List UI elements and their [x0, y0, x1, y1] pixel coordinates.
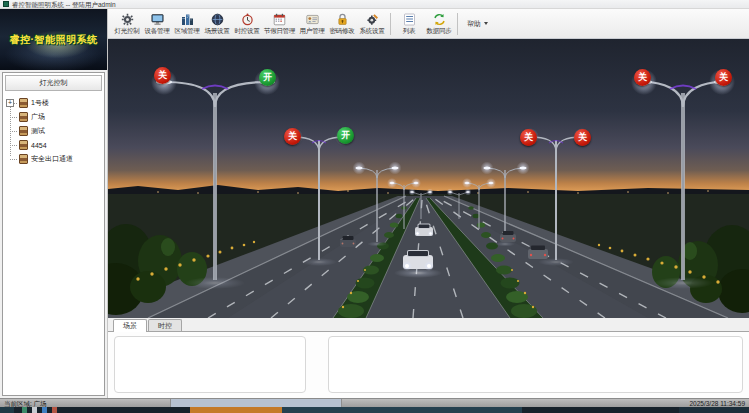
tree-item-label: 安全出口通道 [31, 154, 73, 164]
status-bar: 当前区域: 广场 2025/3/28 11:34:59 [0, 398, 749, 407]
scene-list-box [114, 336, 306, 393]
title-bar: 睿控智能照明系统 -- 登陆用户admin [0, 0, 749, 9]
taskbar-tray[interactable] [679, 407, 749, 413]
globe-icon [211, 13, 224, 26]
tab-scene[interactable]: 场景 [113, 319, 147, 332]
taskbar-icon[interactable] [42, 407, 47, 413]
calendar-icon [273, 13, 286, 26]
toolbar: 灯光控制 设备管理 区域管理 场景设置 时控设置 [108, 9, 749, 39]
zone-icon [19, 112, 28, 122]
tree-item-test[interactable]: 测试 [3, 124, 102, 138]
monitor-icon [151, 13, 164, 26]
light-control-tree-panel: 灯光控制 + 1号楼 广场 测试 [2, 72, 105, 396]
lamp-status-badge[interactable]: 关 [634, 69, 651, 86]
lamp-status-badge[interactable]: 关 [154, 67, 171, 84]
data-sync-button[interactable]: 数据同步 [424, 10, 454, 38]
tab-content [108, 331, 749, 398]
toolbar-separator [457, 13, 458, 35]
tree-item-label: 1号楼 [31, 98, 49, 108]
taskbar-icon[interactable] [32, 407, 37, 413]
gear-icon [121, 13, 134, 26]
taskbar-active-app[interactable] [190, 407, 282, 413]
status-panel [170, 399, 342, 407]
start-button[interactable] [0, 407, 14, 413]
zone-icon [19, 126, 28, 136]
tree-item-exit-passage[interactable]: 安全出口通道 [3, 152, 102, 166]
tree-item-building1[interactable]: + 1号楼 [3, 96, 102, 110]
gear-wrench-icon [366, 13, 379, 26]
bottom-panel: 场景 时控 [108, 318, 749, 398]
tree-item-4454[interactable]: 4454 [3, 138, 102, 152]
system-setting-button[interactable]: 系统设置 [357, 10, 387, 38]
lamp-status-badge[interactable]: 关 [520, 129, 537, 146]
area-manage-button[interactable]: 区域管理 [172, 10, 202, 38]
zone-icon [19, 140, 28, 150]
tree-item-label: 测试 [31, 126, 45, 136]
lamp-status-badge[interactable]: 开 [337, 127, 354, 144]
tree-item-label: 广场 [31, 112, 45, 122]
brand-logo-image: 睿控·智能照明系统 [0, 9, 107, 70]
road-scene-image [108, 39, 749, 318]
tab-strip: 场景 时控 [108, 318, 749, 331]
lamp-status-badge[interactable]: 关 [284, 128, 301, 145]
lamp-status-badge[interactable]: 开 [259, 69, 276, 86]
timer-setting-button[interactable]: 时控设置 [232, 10, 262, 38]
list-view-button[interactable]: 列表 [394, 10, 424, 38]
help-menu-button[interactable]: 帮助 [461, 10, 494, 38]
sidebar: 睿控·智能照明系统 灯光控制 + 1号楼 广场 测试 [0, 9, 108, 398]
tree-panel-header: 灯光控制 [5, 75, 102, 91]
chevron-down-icon [484, 22, 488, 25]
zone-icon [19, 98, 28, 108]
tree-item-plaza[interactable]: 广场 [3, 110, 102, 124]
tree-item-label: 4454 [31, 142, 47, 149]
clock-icon [241, 13, 254, 26]
expand-icon[interactable]: + [6, 99, 14, 107]
window-title: 睿控智能照明系统 -- 登陆用户admin [12, 0, 116, 9]
smart-lighting-app-window: 睿控智能照明系统 -- 登陆用户admin 睿控·智能照明系统 灯光控制 + 1… [0, 0, 749, 413]
buildings-icon [181, 13, 194, 26]
os-taskbar [0, 407, 749, 413]
sync-arrows-icon [433, 13, 446, 26]
zone-icon [19, 154, 28, 164]
taskbar-icon[interactable] [52, 407, 57, 413]
password-change-button[interactable]: 密码修改 [327, 10, 357, 38]
device-manage-button[interactable]: 设备管理 [142, 10, 172, 38]
toolbar-separator [390, 13, 391, 35]
help-label: 帮助 [467, 19, 481, 29]
lamp-status-badge[interactable]: 关 [715, 69, 732, 86]
light-control-button[interactable]: 灯光控制 [112, 10, 142, 38]
taskbar-icon[interactable] [22, 407, 27, 413]
lock-icon [336, 13, 349, 26]
zone-tree: + 1号楼 广场 测试 4454 [3, 93, 104, 166]
road-scene-view: 关 开 关 开 关 关 关 关 [108, 39, 749, 318]
user-manage-button[interactable]: 用户管理 [297, 10, 327, 38]
holiday-manage-button[interactable]: 节假日管理 [262, 10, 297, 38]
brand-logo-text: 睿控·智能照明系统 [10, 33, 98, 47]
list-icon [403, 13, 416, 26]
taskbar-app-group[interactable] [282, 407, 522, 413]
lamp-status-badge[interactable]: 关 [574, 129, 591, 146]
tab-timer[interactable]: 时控 [148, 319, 182, 331]
app-icon [3, 1, 9, 7]
id-card-icon [306, 13, 319, 26]
scene-setting-button[interactable]: 场景设置 [202, 10, 232, 38]
scene-detail-box [328, 336, 743, 393]
